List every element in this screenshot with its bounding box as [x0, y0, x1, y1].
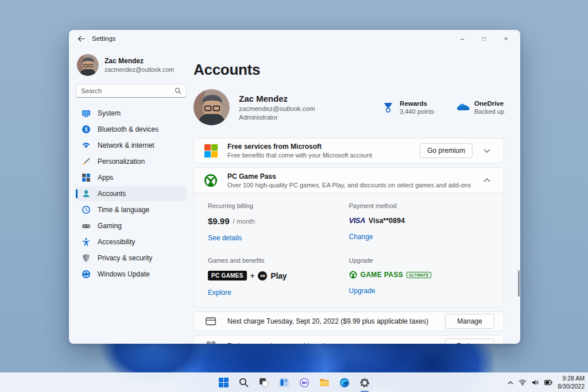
onedrive-icon — [456, 101, 470, 114]
upgrade-link[interactable]: Upgrade — [349, 287, 376, 295]
edge-icon[interactable] — [336, 375, 353, 391]
chat-icon[interactable] — [296, 375, 312, 391]
sidebar-item-label: System — [98, 109, 121, 117]
rewards-icon — [381, 101, 395, 114]
minimize-icon[interactable]: – — [451, 31, 473, 46]
sidebar-item-network-internet[interactable]: Network & internet — [76, 138, 187, 153]
titlebar: Settings – □ × — [69, 30, 520, 47]
sidebar-item-label: Windows Update — [98, 270, 150, 278]
scrollbar-thumb[interactable] — [518, 270, 520, 297]
back-button[interactable] — [72, 32, 90, 45]
taskbar: 9:28 AM 8/30/2022 — [0, 372, 588, 392]
sidebar-item-label: Network & internet — [98, 141, 154, 149]
chevron-up-icon[interactable] — [479, 178, 494, 182]
sidebar-item-system[interactable]: System — [76, 106, 187, 121]
cards-list: Free services from Microsoft Free benefi… — [194, 138, 504, 344]
microsoft-logo-icon — [203, 144, 218, 157]
next-charge-text: Next charge Tuesday, Sept 20, 2022 ($9.9… — [227, 317, 428, 325]
game-pass-subtitle: Over 100 high-quality PC games, EA Play,… — [227, 182, 471, 189]
chevron-down-icon[interactable] — [479, 149, 494, 153]
sidebar-item-label: Bluetooth & devices — [98, 125, 158, 133]
ea-logo: ea — [258, 271, 267, 280]
accessibility-icon — [82, 237, 91, 247]
sidebar-user-meta: Zac Mendez zacmendez@outlook.com — [105, 57, 174, 73]
window-controls: – □ × — [451, 31, 517, 46]
pc-games-badge: PC GAMES — [208, 271, 247, 280]
wifi-icon — [82, 141, 91, 150]
rewards-badge[interactable]: Rewards 3,440 points — [381, 100, 434, 115]
gamepad-icon — [82, 221, 91, 230]
sidebar-item-label: Accounts — [98, 190, 126, 198]
upgrade-label: Upgrade — [349, 257, 490, 264]
free-services-text: Free services from Microsoft Free benefi… — [227, 143, 372, 159]
settings-window: Settings – □ × Zac Mendez zacmendez@outl… — [69, 30, 520, 344]
games-benefits-section: Games and benefits PC GAMES + ea Play Ex… — [208, 257, 349, 297]
sidebar-user-email: zacmendez@outlook.com — [105, 66, 174, 73]
shield-icon — [82, 253, 91, 263]
widgets-icon[interactable] — [276, 375, 292, 391]
sidebar: Zac Mendez zacmendez@outlook.com Search … — [69, 47, 194, 344]
next-charge-card: Next charge Tuesday, Sept 20, 2022 ($9.9… — [194, 312, 504, 331]
change-payment-link[interactable]: Change — [349, 233, 373, 241]
search-input[interactable]: Search — [76, 84, 187, 98]
onedrive-status: Backed up — [474, 108, 504, 115]
tray-chevron-up-icon[interactable] — [508, 381, 513, 385]
task-view-icon[interactable] — [256, 375, 272, 391]
file-explorer-icon[interactable] — [316, 375, 332, 391]
sidebar-item-gaming[interactable]: Gaming — [76, 218, 187, 233]
sidebar-item-apps[interactable]: Apps — [76, 170, 187, 185]
sidebar-item-label: Accessibility — [98, 238, 135, 246]
sidebar-item-privacy-security[interactable]: Privacy & security — [76, 251, 187, 266]
price-period: / month — [233, 218, 255, 225]
close-icon[interactable]: × — [495, 31, 517, 46]
taskbar-icons — [0, 373, 588, 392]
sidebar-item-accounts[interactable]: Accounts — [76, 186, 187, 201]
free-services-card[interactable]: Free services from Microsoft Free benefi… — [194, 138, 504, 163]
sidebar-item-time-language[interactable]: Time & language — [76, 202, 187, 217]
user-avatar — [77, 54, 99, 76]
sidebar-item-label: Personalization — [98, 157, 145, 166]
sidebar-user-name: Zac Mendez — [105, 57, 174, 65]
redeem-card: Redeem a code or prepaid card Redeem — [194, 335, 504, 344]
manage-button[interactable]: Manage — [445, 314, 494, 329]
sidebar-user[interactable]: Zac Mendez zacmendez@outlook.com — [76, 49, 187, 84]
rewards-meta: Rewards 3,440 points — [400, 100, 434, 115]
profile-meta: Zac Mendez zacmendez@outlook.com Adminis… — [239, 94, 315, 121]
game-pass-header[interactable]: PC Game Pass Over 100 high-quality PC ga… — [194, 168, 504, 193]
sidebar-item-bluetooth-devices[interactable]: Bluetooth & devices — [76, 122, 187, 137]
clock-date: 8/30/2022 — [558, 383, 585, 391]
page-title: Accounts — [194, 61, 504, 79]
see-details-link[interactable]: See details — [208, 234, 242, 242]
plus-sign: + — [250, 271, 255, 280]
onedrive-badge[interactable]: OneDrive Backed up — [456, 100, 504, 115]
sidebar-item-windows-update[interactable]: Windows Update — [76, 267, 187, 282]
go-premium-button[interactable]: Go premium — [420, 143, 473, 158]
taskbar-clock[interactable]: 9:28 AM 8/30/2022 — [558, 375, 585, 390]
clock-time: 9:28 AM — [558, 375, 585, 383]
maximize-icon[interactable]: □ — [473, 31, 495, 46]
rewards-points: 3,440 points — [400, 108, 434, 115]
game-pass-details: Recurring billing $9.99 / month See deta… — [194, 193, 504, 307]
start-icon[interactable] — [216, 375, 232, 391]
redeem-code-icon — [203, 341, 218, 344]
tray-wifi-icon[interactable] — [519, 379, 527, 386]
ea-play-wordmark: Play — [270, 271, 287, 280]
account-badges: Rewards 3,440 points OneDrive Backed up — [381, 100, 504, 115]
upgrade-section: Upgrade GAME PASS ULTIMATE Upgrade — [349, 257, 490, 297]
explore-link[interactable]: Explore — [208, 289, 231, 297]
game-pass-card: PC Game Pass Over 100 high-quality PC ga… — [194, 167, 504, 308]
free-services-subtitle: Free benefits that come with your Micros… — [227, 152, 372, 159]
search-icon[interactable] — [236, 375, 252, 391]
card-number: Visa**0894 — [369, 217, 405, 225]
clock-icon — [82, 205, 91, 214]
tray-battery-icon[interactable] — [544, 380, 552, 385]
search-icon — [175, 87, 181, 94]
settings-icon[interactable] — [357, 375, 373, 391]
payment-method-section: Payment method VISA Visa**0894 Change — [349, 202, 490, 242]
sidebar-item-accessibility[interactable]: Accessibility — [76, 235, 187, 249]
tray-volume-icon[interactable] — [532, 379, 539, 386]
bluetooth-icon — [82, 125, 91, 134]
xbox-small-icon — [349, 271, 357, 279]
redeem-button[interactable]: Redeem — [445, 339, 494, 344]
sidebar-item-personalization[interactable]: Personalization — [76, 154, 187, 169]
